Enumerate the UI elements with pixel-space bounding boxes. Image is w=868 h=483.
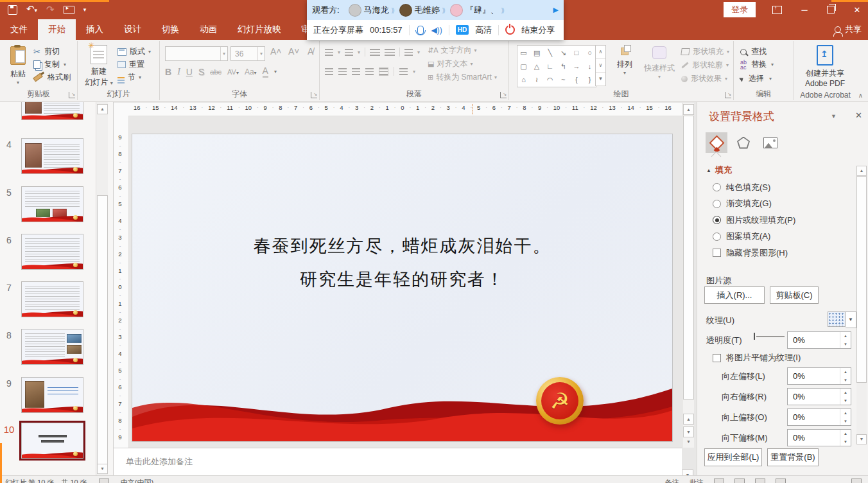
- section-button[interactable]: 节 ▾: [117, 72, 141, 83]
- next-slide-icon[interactable]: ▼▼: [683, 426, 694, 437]
- copy-button[interactable]: 复制 ▾: [33, 59, 66, 70]
- font-name-combo[interactable]: ▾: [165, 46, 228, 61]
- shape-icon[interactable]: ╲: [545, 47, 555, 58]
- create-pdf-button[interactable]: 创建并共享 Adobe PDF: [799, 45, 851, 88]
- fill-section-header[interactable]: ▲ 填充: [706, 164, 732, 176]
- previous-slide-icon[interactable]: ▲▲: [683, 414, 694, 425]
- numbering-icon[interactable]: [345, 49, 353, 56]
- fit-to-window-icon[interactable]: [851, 479, 862, 483]
- share-button[interactable]: 共享: [835, 19, 862, 40]
- slideshow-icon[interactable]: [776, 479, 786, 483]
- shape-fill-button[interactable]: 形状填充▾: [681, 46, 729, 57]
- microphone-icon[interactable]: [417, 26, 424, 35]
- clipboard-picture-button[interactable]: 剪贴板(C): [770, 286, 819, 304]
- shape-icon[interactable]: ↘: [559, 47, 568, 58]
- slide-thumbnail-3[interactable]: [21, 101, 83, 120]
- spinner-arrows[interactable]: ▲▼: [840, 332, 851, 348]
- slide-text[interactable]: 春蚕到死丝方尽，蜡炬成灰泪始干。 研究生是年轻的研究者！: [132, 229, 672, 296]
- spinner-arrows[interactable]: ▲▼: [840, 389, 851, 405]
- gallery-more-icon[interactable]: ▼: [596, 73, 605, 86]
- new-slide-button[interactable]: 新建 幻灯片 ▾: [84, 45, 114, 88]
- radio-icon[interactable]: [713, 183, 721, 191]
- tile-picture-option[interactable]: 将图片平铺为纹理(I): [713, 352, 801, 364]
- scrollbar-thumb[interactable]: [856, 176, 867, 383]
- speaker-icon[interactable]: ◀)): [431, 26, 442, 35]
- drawing-dialog-launcher-icon[interactable]: ↘: [725, 92, 731, 98]
- shape-outline-button[interactable]: 形状轮廓▾: [681, 60, 729, 71]
- fill-option-radio[interactable]: 纯色填充(S): [713, 182, 795, 192]
- shape-gallery-scroll[interactable]: ∧ ∨ ▼: [595, 45, 606, 86]
- paste-button[interactable]: 粘贴 ▾: [5, 46, 31, 85]
- font-dialog-launcher-icon[interactable]: ↘: [311, 92, 317, 98]
- tab-插入[interactable]: 插入: [76, 19, 114, 40]
- offset-spinner[interactable]: 0%▲▼: [787, 429, 851, 446]
- undo-icon[interactable]: ↶▾: [26, 1, 37, 18]
- transparency-spinner[interactable]: 0% ▲▼: [787, 331, 851, 349]
- select-button[interactable]: 选择 ▾: [740, 73, 772, 84]
- slide-thumbnail-8[interactable]: [21, 329, 83, 365]
- strikethrough-icon[interactable]: abc: [210, 68, 221, 76]
- slide-thumbnail-6[interactable]: [21, 234, 83, 270]
- shape-icon[interactable]: ↓: [585, 60, 595, 72]
- start-slideshow-icon[interactable]: [64, 6, 74, 14]
- radio-icon[interactable]: [713, 200, 721, 208]
- tab-picture[interactable]: [759, 132, 781, 153]
- decrease-indent-icon[interactable]: [370, 49, 380, 56]
- shape-gallery[interactable]: ▭▤╲↘□○▢△∟↰→↓⌂≀◠~{}: [517, 45, 596, 87]
- offset-spinner[interactable]: 0%▲▼: [787, 388, 851, 405]
- redo-icon[interactable]: ↷: [46, 2, 55, 17]
- decrease-font-icon[interactable]: A˅: [288, 46, 300, 57]
- checkbox-icon[interactable]: [713, 249, 721, 257]
- distribute-icon[interactable]: [379, 67, 388, 76]
- tab-设计[interactable]: 设计: [114, 19, 152, 40]
- scroll-down-icon[interactable]: ▼: [856, 434, 867, 444]
- gallery-up-icon[interactable]: ∧: [596, 46, 605, 59]
- paragraph-dialog-launcher-icon[interactable]: ↘: [500, 92, 507, 98]
- shape-icon[interactable]: {: [571, 74, 581, 85]
- reset-button[interactable]: 重置: [117, 59, 144, 70]
- shape-icon[interactable]: ⌂: [519, 74, 528, 85]
- clear-formatting-icon[interactable]: A̸: [308, 46, 313, 57]
- slide-thumbnail-10[interactable]: [21, 423, 83, 459]
- apply-to-all-button[interactable]: 应用到全部(L): [704, 448, 762, 466]
- customize-qat-icon[interactable]: ▾: [83, 6, 87, 13]
- increase-font-icon[interactable]: A˄: [270, 46, 282, 57]
- fill-option-radio[interactable]: 图片或纹理填充(P): [713, 215, 795, 225]
- slide-thumbnail-4[interactable]: [21, 138, 83, 174]
- shape-icon[interactable]: ◠: [545, 74, 555, 85]
- texture-swatch[interactable]: [828, 312, 846, 327]
- shape-icon[interactable]: →: [571, 60, 581, 72]
- tab-动画[interactable]: 动画: [189, 19, 227, 40]
- tab-文件[interactable]: 文件: [0, 19, 38, 40]
- font-size-combo[interactable]: 36▾: [230, 46, 265, 61]
- smartart-button[interactable]: ⊞ 转换为 SmartArt▾: [428, 72, 497, 83]
- slide-thumbnail-9[interactable]: [21, 377, 83, 413]
- align-right-icon[interactable]: [352, 68, 360, 75]
- tab-幻灯片放映[interactable]: 幻灯片放映: [227, 19, 291, 40]
- hd-label[interactable]: 高清: [475, 24, 492, 36]
- reset-background-button[interactable]: 重置背景(B): [767, 448, 819, 466]
- pane-scrollbar[interactable]: ▲ ▼: [856, 166, 867, 443]
- shape-icon[interactable]: ~: [559, 74, 568, 85]
- shape-icon[interactable]: △: [532, 60, 542, 72]
- offset-spinner[interactable]: 0%▲▼: [787, 408, 851, 426]
- texture-dropdown-icon[interactable]: ▼: [846, 312, 856, 328]
- italic-icon[interactable]: I: [177, 67, 180, 77]
- pane-close-icon[interactable]: ✕: [855, 110, 862, 120]
- insert-picture-button[interactable]: 插入(R)...: [704, 286, 765, 304]
- quick-styles-button[interactable]: 快速样式 ▾: [641, 46, 677, 80]
- shape-icon[interactable]: □: [571, 47, 581, 58]
- character-spacing-icon[interactable]: AV▾: [227, 68, 239, 76]
- justify-icon[interactable]: [365, 68, 374, 75]
- scroll-up-icon[interactable]: ▲: [683, 104, 694, 115]
- align-text-button[interactable]: ⬓ 对齐文本▾: [428, 58, 473, 69]
- columns-icon[interactable]: [399, 68, 408, 75]
- ribbon-display-options-icon[interactable]: [772, 6, 782, 14]
- text-direction-button[interactable]: ⇵A 文字方向▾: [428, 45, 477, 56]
- slide-editor[interactable]: 春蚕到死丝方尽，蜡炬成灰泪始干。 研究生是年轻的研究者！: [132, 134, 673, 442]
- shape-icon[interactable]: ↰: [559, 60, 568, 72]
- shape-icon[interactable]: ▤: [532, 47, 542, 58]
- increase-indent-icon[interactable]: [385, 49, 395, 56]
- scroll-up-icon[interactable]: ▲: [856, 166, 867, 176]
- align-left-icon[interactable]: [325, 68, 333, 75]
